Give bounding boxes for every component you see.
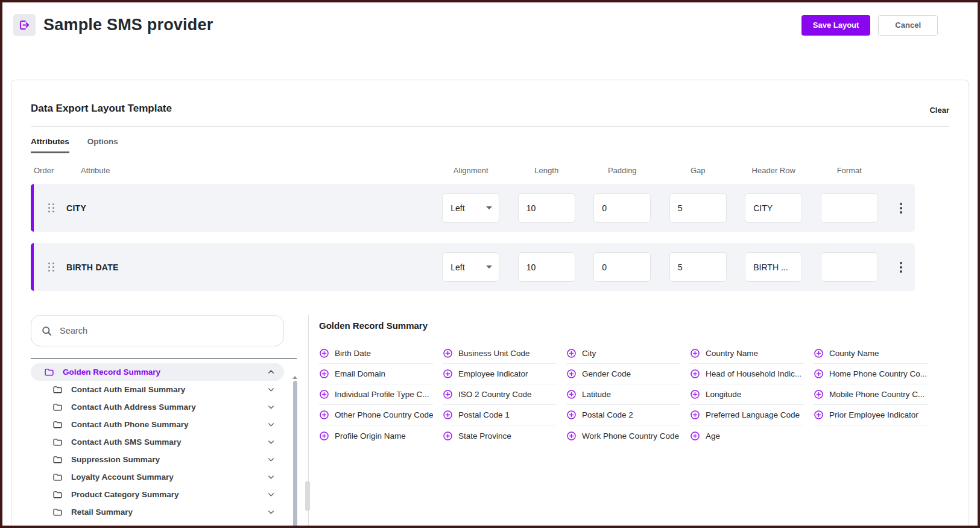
addable-attribute[interactable]: Birth Date (319, 343, 433, 364)
addable-attribute[interactable]: Business Unit Code (443, 343, 557, 364)
header-row-input[interactable] (745, 193, 802, 223)
add-circle-icon[interactable] (566, 389, 577, 399)
padding-input[interactable] (593, 193, 651, 223)
scrollbar-up-arrow[interactable] (292, 376, 297, 379)
addable-attribute[interactable]: Postal Code 1 (443, 405, 557, 425)
add-circle-icon[interactable] (566, 348, 577, 358)
addable-attribute[interactable]: Other Phone Country Code (319, 405, 433, 425)
add-circle-icon[interactable] (814, 389, 824, 399)
addable-attribute[interactable]: ISO 2 Country Code (443, 384, 557, 405)
tree-scrollbar[interactable] (292, 376, 297, 528)
add-circle-icon[interactable] (319, 410, 329, 420)
add-circle-icon[interactable] (443, 431, 453, 441)
tree-item[interactable]: Contact Auth Email Summary (31, 381, 284, 398)
add-circle-icon[interactable] (566, 410, 577, 420)
addable-attribute[interactable]: Profile Origin Name (319, 425, 433, 446)
tab-options[interactable]: Options (87, 137, 118, 153)
format-input[interactable] (821, 252, 878, 282)
addable-attribute[interactable]: Country Name (690, 343, 804, 364)
length-input[interactable] (518, 252, 575, 282)
add-circle-icon[interactable] (690, 369, 700, 379)
add-circle-icon[interactable] (814, 348, 824, 358)
alignment-select[interactable]: Left (442, 193, 499, 223)
tree-item-label: Loyalty Account Summary (71, 472, 174, 482)
chevron-down-icon[interactable] (267, 490, 276, 499)
kebab-menu-icon[interactable] (897, 259, 905, 275)
chevron-down-icon[interactable] (267, 402, 276, 412)
attribute-row: CITY Left (31, 184, 915, 232)
tree-item[interactable]: Loyalty Account Summary (31, 468, 284, 486)
addable-attribute[interactable]: Work Phone Country Code (566, 425, 680, 446)
kebab-menu-icon[interactable] (897, 200, 905, 216)
addable-attribute-label: Age (706, 431, 720, 441)
add-circle-icon[interactable] (690, 431, 700, 441)
add-circle-icon[interactable] (319, 348, 329, 358)
addable-attribute-label: Longitude (706, 390, 741, 399)
chevron-down-icon[interactable] (267, 385, 276, 394)
addable-attribute[interactable]: Latitude (566, 384, 680, 405)
addable-attribute[interactable]: Email Domain (319, 364, 433, 384)
tree-item[interactable]: Suppression Summary (31, 451, 284, 468)
chevron-down-icon[interactable] (267, 437, 276, 447)
addable-attribute[interactable]: Longitude (690, 384, 804, 405)
add-circle-icon[interactable] (443, 348, 453, 358)
addable-attribute-label: County Name (829, 349, 879, 358)
chevron-down-icon[interactable] (267, 420, 276, 429)
addable-attribute[interactable]: Mobile Phone Country C... (814, 384, 928, 405)
chevron-down-icon[interactable] (267, 472, 276, 482)
save-layout-button[interactable]: Save Layout (801, 15, 871, 36)
gap-input[interactable] (669, 252, 727, 282)
addable-attribute[interactable]: Gender Code (566, 364, 680, 384)
tree-item[interactable]: Contact Auth SMS Summary (31, 433, 284, 451)
addable-attribute[interactable]: County Name (814, 343, 928, 364)
add-circle-icon[interactable] (319, 369, 329, 379)
addable-attribute[interactable]: Preferred Language Code (690, 405, 804, 425)
addable-attribute[interactable]: Home Phone Country Co... (814, 364, 928, 384)
add-circle-icon[interactable] (443, 389, 453, 399)
addable-attribute[interactable]: Postal Code 2 (566, 405, 680, 425)
add-circle-icon[interactable] (566, 369, 577, 379)
add-circle-icon[interactable] (690, 348, 700, 358)
add-circle-icon[interactable] (443, 369, 453, 379)
tree-item[interactable]: Product Category Summary (31, 486, 284, 503)
add-circle-icon[interactable] (690, 389, 700, 399)
padding-input[interactable] (593, 252, 651, 282)
add-circle-icon[interactable] (319, 431, 329, 441)
chevron-down-icon[interactable] (267, 507, 276, 517)
cancel-button[interactable]: Cancel (878, 15, 938, 36)
attribute-picker: Golden Record Summary Contact Auth Email… (31, 315, 949, 528)
drag-handle-icon[interactable] (48, 262, 54, 272)
add-circle-icon[interactable] (814, 369, 824, 379)
clear-button[interactable]: Clear (929, 106, 949, 115)
addable-attribute[interactable]: Individual Profile Type C... (319, 384, 433, 405)
tree-item[interactable]: Golden Record Summary (31, 363, 284, 381)
gap-input[interactable] (669, 193, 727, 223)
add-circle-icon[interactable] (814, 410, 824, 420)
addable-attribute[interactable]: Prior Employee Indicator (814, 405, 928, 425)
chevron-down-icon[interactable] (267, 455, 276, 464)
tree-item[interactable]: Contact Auth Address Summary (31, 398, 284, 416)
scrollbar-thumb[interactable] (293, 381, 297, 528)
add-circle-icon[interactable] (566, 431, 577, 441)
format-input[interactable] (821, 193, 878, 223)
addable-attribute[interactable]: State Province (443, 425, 557, 446)
table-column-headers: Order Attribute Alignment Length Padding… (31, 162, 915, 178)
drag-handle-icon[interactable] (48, 203, 54, 212)
addable-attribute-label: City (582, 349, 596, 358)
length-input[interactable] (518, 193, 575, 223)
panel-scrollbar-thumb[interactable] (305, 481, 310, 511)
header-row-input[interactable] (745, 252, 802, 282)
addable-attribute[interactable]: Age (690, 425, 804, 446)
add-circle-icon[interactable] (690, 410, 700, 420)
addable-attribute[interactable]: Employee Indicator (443, 364, 557, 384)
chevron-up-icon[interactable] (267, 367, 276, 377)
tree-item[interactable]: Retail Summary (31, 503, 284, 521)
addable-attribute[interactable]: City (566, 343, 680, 364)
alignment-select[interactable]: Left (442, 252, 499, 282)
addable-attribute[interactable]: Head of Household Indic... (690, 364, 804, 384)
tab-attributes[interactable]: Attributes (31, 137, 69, 153)
add-circle-icon[interactable] (443, 410, 453, 420)
tree-item[interactable]: Contact Auth Phone Summary (31, 416, 284, 433)
add-circle-icon[interactable] (319, 389, 329, 399)
search-input[interactable] (60, 326, 274, 336)
